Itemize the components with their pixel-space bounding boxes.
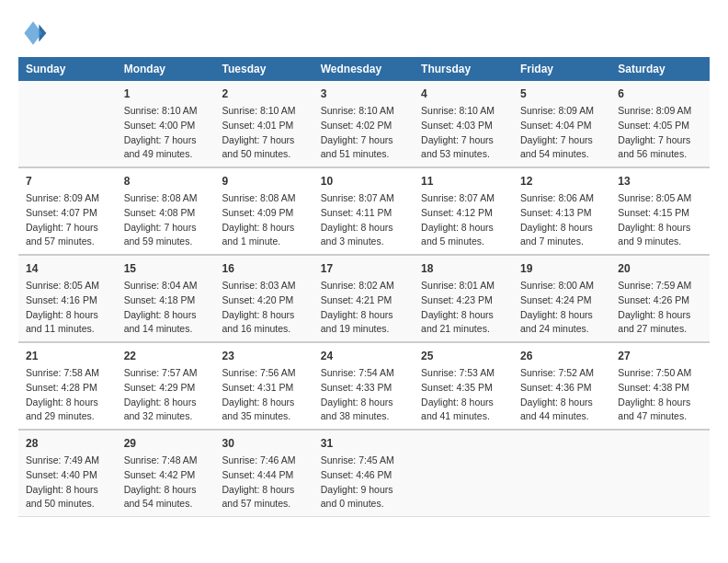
cell-info: Sunrise: 7:45 AMSunset: 4:46 PMDaylight:… [321,454,406,511]
calendar-cell: 26Sunrise: 7:52 AMSunset: 4:36 PMDayligh… [513,342,610,430]
cell-info: Sunrise: 8:06 AMSunset: 4:13 PMDaylight:… [520,191,603,249]
day-number: 18 [421,260,506,277]
day-number: 3 [321,86,406,102]
cell-info: Sunrise: 8:08 AMSunset: 4:08 PMDaylight:… [124,191,208,249]
calendar-cell: 17Sunrise: 8:02 AMSunset: 4:21 PMDayligh… [313,255,414,342]
day-number: 27 [618,348,702,364]
calendar-table: SundayMondayTuesdayWednesdayThursdayFrid… [18,57,710,517]
cell-info: Sunrise: 7:49 AMSunset: 4:40 PMDaylight:… [26,454,109,511]
cell-info: Sunrise: 7:46 AMSunset: 4:44 PMDaylight:… [222,454,306,511]
day-number: 21 [26,348,109,364]
cell-info: Sunrise: 8:08 AMSunset: 4:09 PMDaylight:… [222,191,306,249]
day-number: 8 [124,173,208,190]
logo-icon [18,18,48,48]
calendar-cell: 29Sunrise: 7:48 AMSunset: 4:42 PMDayligh… [117,430,215,517]
col-header-sunday: Sunday [18,57,117,81]
cell-info: Sunrise: 8:10 AMSunset: 4:00 PMDaylight:… [124,104,208,162]
calendar-cell: 9Sunrise: 8:08 AMSunset: 4:09 PMDaylight… [215,167,313,255]
calendar-cell [610,430,710,517]
calendar-cell: 6Sunrise: 8:09 AMSunset: 4:05 PMDaylight… [610,81,710,167]
day-number: 9 [222,173,306,190]
day-number: 23 [222,348,306,364]
calendar-cell: 7Sunrise: 8:09 AMSunset: 4:07 PMDaylight… [18,167,117,255]
calendar-cell: 27Sunrise: 7:50 AMSunset: 4:38 PMDayligh… [610,342,710,430]
col-header-friday: Friday [513,57,610,81]
calendar-cell: 8Sunrise: 8:08 AMSunset: 4:08 PMDaylight… [117,167,215,255]
day-number: 2 [222,86,306,102]
calendar-cell: 24Sunrise: 7:54 AMSunset: 4:33 PMDayligh… [313,342,414,430]
day-number: 13 [618,173,702,190]
calendar-cell: 21Sunrise: 7:58 AMSunset: 4:28 PMDayligh… [18,342,117,430]
cell-info: Sunrise: 7:53 AMSunset: 4:35 PMDaylight:… [421,366,506,424]
cell-info: Sunrise: 8:02 AMSunset: 4:21 PMDaylight:… [321,279,406,337]
cell-info: Sunrise: 8:05 AMSunset: 4:15 PMDaylight:… [618,191,702,249]
day-number: 7 [26,173,109,190]
calendar-cell: 14Sunrise: 8:05 AMSunset: 4:16 PMDayligh… [18,255,117,342]
calendar-cell: 28Sunrise: 7:49 AMSunset: 4:40 PMDayligh… [18,430,117,517]
day-number: 4 [421,86,506,102]
cell-info: Sunrise: 8:03 AMSunset: 4:20 PMDaylight:… [222,279,306,337]
calendar-cell: 22Sunrise: 7:57 AMSunset: 4:29 PMDayligh… [117,342,215,430]
week-row-3: 14Sunrise: 8:05 AMSunset: 4:16 PMDayligh… [18,255,710,342]
cell-info: Sunrise: 7:59 AMSunset: 4:26 PMDaylight:… [618,279,702,337]
day-number: 16 [222,260,306,277]
calendar-cell [18,81,117,167]
day-number: 15 [124,260,208,277]
day-number: 11 [421,173,506,190]
col-header-wednesday: Wednesday [313,57,414,81]
calendar-cell: 1Sunrise: 8:10 AMSunset: 4:00 PMDaylight… [117,81,215,167]
logo [18,18,51,48]
cell-info: Sunrise: 8:09 AMSunset: 4:07 PMDaylight:… [26,191,109,249]
cell-info: Sunrise: 7:56 AMSunset: 4:31 PMDaylight:… [222,366,306,424]
day-number: 22 [124,348,208,364]
day-number: 12 [520,173,603,190]
week-row-4: 21Sunrise: 7:58 AMSunset: 4:28 PMDayligh… [18,342,710,430]
day-number: 28 [26,435,109,452]
calendar-cell: 23Sunrise: 7:56 AMSunset: 4:31 PMDayligh… [215,342,313,430]
week-row-2: 7Sunrise: 8:09 AMSunset: 4:07 PMDaylight… [18,167,710,255]
day-number: 1 [124,86,208,102]
calendar-cell: 30Sunrise: 7:46 AMSunset: 4:44 PMDayligh… [215,430,313,517]
calendar-cell: 13Sunrise: 8:05 AMSunset: 4:15 PMDayligh… [610,167,710,255]
calendar-cell: 2Sunrise: 8:10 AMSunset: 4:01 PMDaylight… [215,81,313,167]
cell-info: Sunrise: 8:00 AMSunset: 4:24 PMDaylight:… [520,279,603,337]
cell-info: Sunrise: 7:50 AMSunset: 4:38 PMDaylight:… [618,366,702,424]
cell-info: Sunrise: 8:05 AMSunset: 4:16 PMDaylight:… [26,279,109,337]
page-header [18,18,710,48]
calendar-cell: 16Sunrise: 8:03 AMSunset: 4:20 PMDayligh… [215,255,313,342]
cell-info: Sunrise: 8:10 AMSunset: 4:02 PMDaylight:… [321,104,406,162]
calendar-cell: 5Sunrise: 8:09 AMSunset: 4:04 PMDaylight… [513,81,610,167]
cell-info: Sunrise: 8:10 AMSunset: 4:03 PMDaylight:… [421,104,506,162]
cell-info: Sunrise: 8:09 AMSunset: 4:04 PMDaylight:… [520,104,603,162]
calendar-cell [414,430,513,517]
calendar-cell: 25Sunrise: 7:53 AMSunset: 4:35 PMDayligh… [414,342,513,430]
day-number: 24 [321,348,406,364]
calendar-cell: 10Sunrise: 8:07 AMSunset: 4:11 PMDayligh… [313,167,414,255]
week-row-1: 1Sunrise: 8:10 AMSunset: 4:00 PMDaylight… [18,81,710,167]
calendar-cell: 15Sunrise: 8:04 AMSunset: 4:18 PMDayligh… [117,255,215,342]
day-number: 19 [520,260,603,277]
cell-info: Sunrise: 7:48 AMSunset: 4:42 PMDaylight:… [124,454,208,511]
cell-info: Sunrise: 8:07 AMSunset: 4:11 PMDaylight:… [321,191,406,249]
calendar-cell: 4Sunrise: 8:10 AMSunset: 4:03 PMDaylight… [414,81,513,167]
col-header-monday: Monday [117,57,215,81]
cell-info: Sunrise: 8:01 AMSunset: 4:23 PMDaylight:… [421,279,506,337]
calendar-cell: 18Sunrise: 8:01 AMSunset: 4:23 PMDayligh… [414,255,513,342]
cell-info: Sunrise: 7:57 AMSunset: 4:29 PMDaylight:… [124,366,208,424]
day-number: 17 [321,260,406,277]
col-header-saturday: Saturday [610,57,710,81]
col-header-thursday: Thursday [414,57,513,81]
col-header-tuesday: Tuesday [215,57,313,81]
calendar-cell: 31Sunrise: 7:45 AMSunset: 4:46 PMDayligh… [313,430,414,517]
day-number: 5 [520,86,603,102]
day-number: 6 [618,86,702,102]
calendar-cell: 12Sunrise: 8:06 AMSunset: 4:13 PMDayligh… [513,167,610,255]
day-number: 31 [321,435,406,452]
header-row: SundayMondayTuesdayWednesdayThursdayFrid… [18,57,710,81]
cell-info: Sunrise: 8:07 AMSunset: 4:12 PMDaylight:… [421,191,506,249]
calendar-cell: 11Sunrise: 8:07 AMSunset: 4:12 PMDayligh… [414,167,513,255]
day-number: 14 [26,260,109,277]
cell-info: Sunrise: 7:54 AMSunset: 4:33 PMDaylight:… [321,366,406,424]
day-number: 29 [124,435,208,452]
day-number: 10 [321,173,406,190]
